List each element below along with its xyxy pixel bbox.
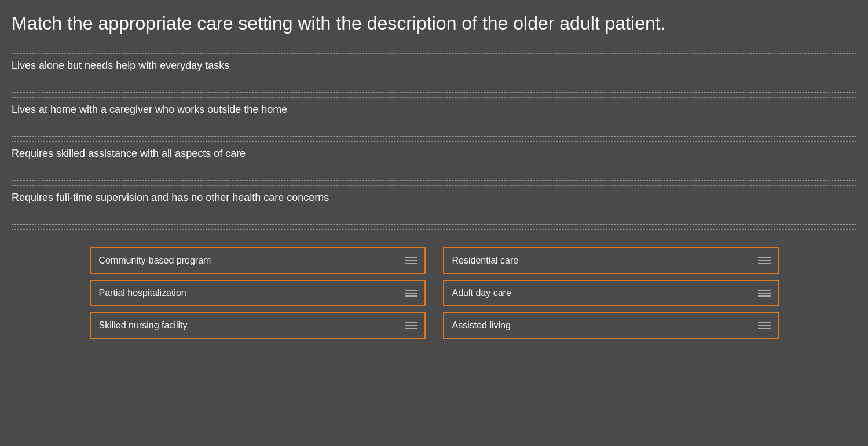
drop-zone-4[interactable] <box>12 209 856 225</box>
question-1-text: Lives alone but needs help with everyday… <box>12 60 856 72</box>
drag-handle-line-2 <box>758 293 771 294</box>
drag-item-label: Adult day care <box>452 288 511 298</box>
drag-handle-line-1 <box>405 322 417 323</box>
drag-handle-line-1 <box>758 290 771 291</box>
drag-handle-icon <box>405 290 417 297</box>
drag-handle-line-1 <box>405 290 417 291</box>
drag-handle-icon <box>405 322 417 329</box>
drag-handle-line-2 <box>405 260 417 261</box>
drag-handle-line-1 <box>758 322 771 323</box>
drag-handle-line-3 <box>405 263 417 264</box>
drop-zones-container: Lives alone but needs help with everyday… <box>12 53 856 230</box>
question-2-text: Lives at home with a caregiver who works… <box>12 104 856 116</box>
drag-item-label: Skilled nursing facility <box>99 320 188 331</box>
drag-handle-icon <box>758 257 771 264</box>
drag-handle-line-3 <box>758 263 771 264</box>
drop-zone-1[interactable] <box>12 76 856 93</box>
drag-handle-icon <box>405 257 417 264</box>
question-3-text: Requires skilled assistance with all asp… <box>12 148 856 160</box>
drag-handle-line-3 <box>758 295 771 297</box>
question-1-container: Lives alone but needs help with everyday… <box>12 53 856 98</box>
page-title: Match the appropriate care setting with … <box>12 12 856 36</box>
drag-item-residential-care[interactable]: Residential care <box>443 247 779 274</box>
drag-item-community-based-program[interactable]: Community-based program <box>90 247 426 274</box>
drag-handle-line-2 <box>405 325 417 326</box>
drop-zone-2[interactable] <box>12 120 856 137</box>
drag-handle-line-3 <box>405 295 417 297</box>
drag-handle-icon <box>758 290 771 297</box>
drag-handle-icon <box>758 322 771 329</box>
drag-column-right: Residential care Adult day care Assisted… <box>443 247 779 339</box>
question-4-text: Requires full-time supervision and has n… <box>12 192 856 204</box>
drag-item-assisted-living[interactable]: Assisted living <box>443 312 779 339</box>
drag-handle-line-1 <box>758 257 771 258</box>
drag-item-label: Partial hospitalization <box>99 288 186 298</box>
drag-handle-line-3 <box>758 328 771 329</box>
drag-column-left: Community-based program Partial hospital… <box>90 247 426 339</box>
drag-item-label: Residential care <box>452 255 519 266</box>
drag-handle-line-1 <box>405 257 417 258</box>
drag-handle-line-3 <box>405 328 417 329</box>
question-4-container: Requires full-time supervision and has n… <box>12 186 856 230</box>
question-2-container: Lives at home with a caregiver who works… <box>12 98 856 142</box>
drag-handle-line-2 <box>758 325 771 326</box>
drag-item-skilled-nursing-facility[interactable]: Skilled nursing facility <box>90 312 426 339</box>
drag-item-label: Community-based program <box>99 255 211 266</box>
drag-items-section: Community-based program Partial hospital… <box>12 247 856 339</box>
drag-item-label: Assisted living <box>452 320 511 331</box>
drag-item-adult-day-care[interactable]: Adult day care <box>443 280 779 306</box>
drag-item-partial-hospitalization[interactable]: Partial hospitalization <box>90 280 426 306</box>
drop-zone-3[interactable] <box>12 164 856 181</box>
drag-handle-line-2 <box>758 260 771 261</box>
question-3-container: Requires skilled assistance with all asp… <box>12 142 856 186</box>
drag-handle-line-2 <box>405 293 417 294</box>
